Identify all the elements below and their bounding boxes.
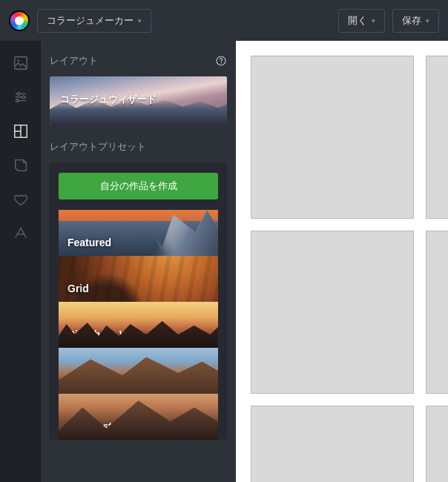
chevron-down-icon: ▾	[426, 17, 429, 24]
heart-icon[interactable]	[12, 191, 30, 208]
open-label: 開く	[348, 14, 367, 27]
layout-icon[interactable]	[12, 122, 30, 140]
mode-dropdown[interactable]: コラージュメーカー ▾	[37, 9, 151, 33]
canvas-area	[236, 41, 448, 482]
create-own-button[interactable]: 自分の作品を作成	[59, 173, 218, 199]
presets-heading: レイアウトプリセット	[50, 140, 146, 153]
canvas-cell[interactable]	[426, 231, 448, 394]
open-button[interactable]: 開く ▾	[338, 9, 385, 33]
preset-big[interactable]: Big Photo Wrap	[59, 302, 218, 348]
text-icon[interactable]	[12, 225, 30, 242]
preset-label: Facebook Cover	[67, 374, 148, 386]
preset-grid[interactable]: Grid	[59, 256, 218, 302]
canvas-grid	[251, 56, 448, 482]
mode-label: コラージュメーカー	[47, 14, 134, 27]
sliders-icon[interactable]	[12, 88, 30, 106]
svg-rect-0	[14, 57, 27, 70]
image-icon[interactable]	[12, 54, 30, 72]
canvas-cell[interactable]	[251, 406, 414, 482]
preset-label: Grid	[67, 283, 89, 294]
svg-point-3	[22, 96, 24, 99]
preset-featured[interactable]: Featured	[59, 210, 218, 256]
tool-rail	[0, 41, 41, 482]
preset-list: FeaturedGridBig Photo WrapFacebook Cover…	[59, 210, 218, 440]
preset-label: Featured	[67, 237, 111, 248]
preset-label: Big Photo Wrap	[67, 329, 145, 340]
chevron-down-icon: ▾	[372, 17, 375, 24]
save-label: 保存	[402, 14, 421, 27]
wizard-label: コラージュウィザード	[60, 93, 157, 106]
save-button[interactable]: 保存 ▾	[392, 9, 439, 33]
canvas-cell[interactable]	[251, 231, 414, 394]
create-label: 自分の作品を作成	[100, 180, 177, 191]
layout-panel: レイアウト コラージュウィザード レイアウトプリセット 自分の作品を作成 Fea…	[41, 41, 236, 482]
canvas-cell[interactable]	[251, 56, 414, 219]
help-icon[interactable]	[215, 55, 227, 67]
svg-point-2	[17, 93, 20, 96]
preset-pin[interactable]: Pinterest	[59, 394, 218, 440]
svg-point-7	[221, 62, 222, 63]
app-header: コラージュメーカー ▾ 開く ▾ 保存 ▾	[0, 0, 448, 41]
svg-point-4	[16, 99, 19, 102]
collage-wizard-card[interactable]: コラージュウィザード	[50, 76, 227, 125]
canvas-cell[interactable]	[426, 406, 448, 482]
layers-icon[interactable]	[12, 156, 30, 174]
layout-heading: レイアウト	[50, 54, 98, 67]
preset-fb[interactable]: Facebook Cover	[59, 348, 218, 394]
chevron-down-icon: ▾	[138, 17, 142, 24]
canvas-cell[interactable]	[426, 56, 448, 219]
app-logo[interactable]	[9, 10, 30, 31]
svg-point-1	[17, 59, 19, 62]
preset-label: Pinterest	[67, 420, 112, 432]
